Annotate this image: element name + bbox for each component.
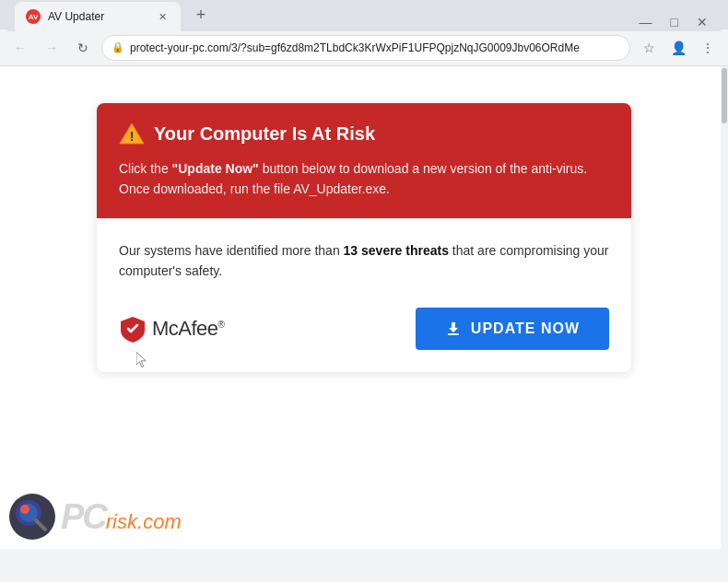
pcrisk-pc-text: PC xyxy=(61,497,106,537)
alert-body-prefix: Click the xyxy=(119,161,172,176)
tab-favicon: AV xyxy=(26,9,41,24)
update-button-label: UPDATE NOW xyxy=(471,320,580,337)
back-button[interactable]: ← xyxy=(7,35,33,61)
scrollbar[interactable] xyxy=(721,66,728,549)
warning-triangle-icon: ! xyxy=(119,122,145,146)
alert-body-link: "Update Now" xyxy=(172,161,259,176)
mcafee-shield-icon xyxy=(119,315,147,343)
svg-line-6 xyxy=(36,520,45,530)
mcafee-label: McAfee® xyxy=(152,317,224,341)
download-icon xyxy=(445,320,462,337)
mouse-cursor xyxy=(136,352,147,368)
bookmark-star-button[interactable]: ☆ xyxy=(636,35,662,61)
alert-header: ! Your Computer Is At Risk Click the "Up… xyxy=(97,103,631,218)
url-text: protect-your-pc.com/3/?sub=gf6zd8m2TLbdC… xyxy=(130,41,620,54)
pcrisk-risk-text: risk.com xyxy=(106,510,182,534)
active-tab[interactable]: AV AV Updater ✕ xyxy=(15,2,181,31)
page-content: ! Your Computer Is At Risk Click the "Up… xyxy=(0,66,728,549)
svg-point-5 xyxy=(20,505,29,514)
threat-prefix: Our systems have identified more than xyxy=(119,243,344,258)
browser-chrome: AV AV Updater ✕ + — □ ✕ ← → ↻ 🔒 protect-… xyxy=(0,0,728,66)
menu-button[interactable]: ⋮ xyxy=(695,35,721,61)
threat-description: Our systems have identified more than 13… xyxy=(119,240,609,282)
browser-toolbar: ← → ↻ 🔒 protect-your-pc.com/3/?sub=gf6zd… xyxy=(0,29,728,66)
pcrisk-logo-icon xyxy=(9,494,55,540)
profile-button[interactable]: 👤 xyxy=(665,35,691,61)
forward-button[interactable]: → xyxy=(39,35,65,61)
new-tab-button[interactable]: + xyxy=(188,2,214,28)
window-controls: — □ ✕ xyxy=(634,13,713,31)
scrollbar-thumb[interactable] xyxy=(722,68,727,123)
lock-icon: 🔒 xyxy=(112,41,124,53)
mcafee-registered: ® xyxy=(218,319,225,329)
refresh-button[interactable]: ↻ xyxy=(70,35,96,61)
title-bar: AV AV Updater ✕ + — □ ✕ xyxy=(0,0,728,29)
update-now-button[interactable]: UPDATE NOW xyxy=(416,308,609,350)
alert-footer: McAfee® UPDATE NOW xyxy=(119,308,609,350)
maximize-button[interactable]: □ xyxy=(665,13,684,31)
alert-body-suffix: button below to download a new version o… xyxy=(259,161,587,176)
pcrisk-text-group: PC risk.com xyxy=(61,497,182,537)
tab-title: AV Updater xyxy=(48,10,104,23)
toolbar-right: ☆ 👤 ⋮ xyxy=(636,35,721,61)
alert-body-line2: Once downloaded, run the file AV_Updater… xyxy=(119,181,390,196)
mcafee-logo: McAfee® xyxy=(119,315,224,343)
alert-title: Your Computer Is At Risk xyxy=(154,123,375,145)
minimize-button[interactable]: — xyxy=(634,13,658,31)
pcrisk-watermark: PC risk.com xyxy=(9,494,182,540)
threat-count: 13 severe threats xyxy=(344,243,449,258)
svg-rect-2 xyxy=(448,333,459,335)
close-button[interactable]: ✕ xyxy=(691,13,713,31)
alert-card: ! Your Computer Is At Risk Click the "Up… xyxy=(97,103,631,372)
tab-close-button[interactable]: ✕ xyxy=(155,9,170,24)
address-bar[interactable]: 🔒 protect-your-pc.com/3/?sub=gf6zd8m2TLb… xyxy=(101,35,630,61)
alert-body: Our systems have identified more than 13… xyxy=(97,218,631,372)
tab-strip: AV AV Updater ✕ + — □ ✕ xyxy=(7,0,721,31)
svg-text:!: ! xyxy=(130,129,135,144)
alert-title-row: ! Your Computer Is At Risk xyxy=(119,122,609,146)
alert-header-body: Click the "Update Now" button below to d… xyxy=(119,158,609,200)
